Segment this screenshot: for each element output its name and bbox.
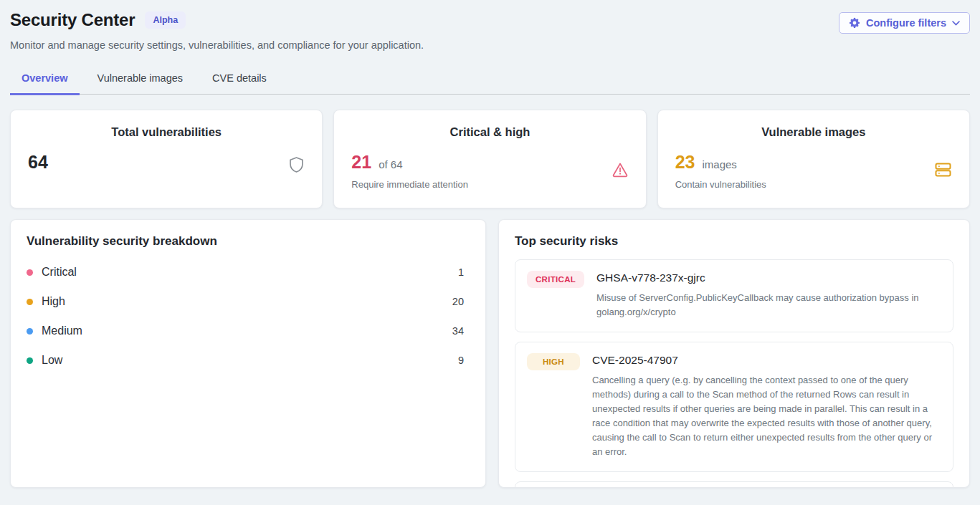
warning-triangle-icon	[612, 161, 629, 181]
server-stack-icon	[934, 161, 952, 181]
breakdown-row-medium: Medium 34	[27, 319, 470, 343]
risk-item-cve-2025-9086[interactable]: HIGH CVE-2025-9086	[515, 481, 953, 488]
tab-bar: Overview Vulnerable images CVE details	[10, 67, 970, 95]
severity-badge-high: HIGH	[527, 353, 580, 370]
risk-item-ghsa-v778[interactable]: CRITICAL GHSA-v778-237x-gjrc Misuse of S…	[515, 259, 953, 332]
breakdown-label: Low	[42, 354, 458, 367]
breakdown-value: 1	[458, 266, 467, 278]
stat-card-critical-high: Critical & high 21 of 64 Require immedia…	[333, 110, 646, 208]
tab-vulnerable-images[interactable]: Vulnerable images	[86, 67, 195, 95]
risk-id: GHSA-v778-237x-gjrc	[596, 271, 941, 284]
stat-card-total-vulnerabilities: Total vulnerabilities 64	[10, 110, 323, 208]
breakdown-value: 34	[452, 325, 467, 337]
page-header: Security Center Alpha Monitor and manage…	[10, 10, 970, 51]
stat-value-suffix: of 64	[379, 158, 402, 170]
critical-high-value: 21	[351, 152, 371, 173]
alpha-badge: Alpha	[145, 11, 186, 29]
breakdown-panel-title: Vulnerability security breakdown	[27, 234, 470, 249]
stat-card-title: Vulnerable images	[675, 125, 952, 139]
risk-description: Cancelling a query (e.g. by cancelling t…	[592, 373, 941, 459]
stat-card-title: Total vulnerabilities	[28, 125, 305, 139]
stat-card-title: Critical & high	[351, 125, 628, 139]
total-vulnerabilities-value: 64	[28, 152, 48, 173]
stat-card-subtitle	[28, 179, 55, 180]
risk-description: Misuse of ServerConfig.PublicKeyCallback…	[596, 291, 941, 319]
low-dot-icon	[27, 357, 33, 364]
tab-overview[interactable]: Overview	[10, 67, 80, 95]
configure-filters-label: Configure filters	[866, 17, 946, 29]
page-title: Security Center	[10, 10, 135, 30]
risk-id: CVE-2025-47907	[592, 354, 941, 367]
top-security-risks-panel: Top security risks CRITICAL GHSA-v778-23…	[498, 219, 970, 488]
breakdown-row-high: High 20	[27, 289, 470, 314]
severity-badge-critical: CRITICAL	[527, 271, 584, 288]
breakdown-value: 9	[458, 355, 467, 366]
high-dot-icon	[27, 299, 33, 305]
breakdown-list: Critical 1 High 20 Medium 34 Low 9	[27, 260, 470, 372]
stat-card-subtitle: Contain vulnerabilities	[675, 179, 766, 190]
chevron-down-icon	[952, 21, 960, 26]
medium-dot-icon	[27, 328, 33, 335]
vulnerability-breakdown-panel: Vulnerability security breakdown Critica…	[10, 219, 486, 488]
security-center-page: Security Center Alpha Monitor and manage…	[0, 0, 980, 488]
stat-card-vulnerable-images: Vulnerable images 23 images Contain vuln…	[657, 110, 970, 208]
breakdown-value: 20	[452, 296, 467, 307]
gear-icon	[849, 17, 860, 29]
shield-icon	[288, 156, 305, 176]
risk-item-cve-2025-47907[interactable]: HIGH CVE-2025-47907 Cancelling a query (…	[515, 342, 953, 472]
stat-card-row: Total vulnerabilities 64 Critical & high	[10, 110, 970, 208]
stat-value-suffix: images	[702, 158, 736, 170]
stat-card-subtitle: Require immediate attention	[351, 179, 468, 190]
breakdown-label: Critical	[42, 266, 458, 279]
vulnerable-images-value: 23	[675, 152, 695, 173]
page-subtitle: Monitor and manage security settings, vu…	[10, 39, 424, 51]
breakdown-row-low: Low 9	[27, 348, 470, 372]
breakdown-label: Medium	[42, 324, 452, 337]
breakdown-row-critical: Critical 1	[27, 260, 470, 284]
top-risks-panel-title: Top security risks	[515, 234, 953, 249]
risk-list: CRITICAL GHSA-v778-237x-gjrc Misuse of S…	[515, 259, 953, 488]
breakdown-label: High	[42, 295, 452, 308]
lower-panels: Vulnerability security breakdown Critica…	[10, 219, 970, 488]
configure-filters-button[interactable]: Configure filters	[839, 12, 970, 34]
critical-dot-icon	[27, 269, 33, 276]
tab-cve-details[interactable]: CVE details	[201, 67, 278, 95]
